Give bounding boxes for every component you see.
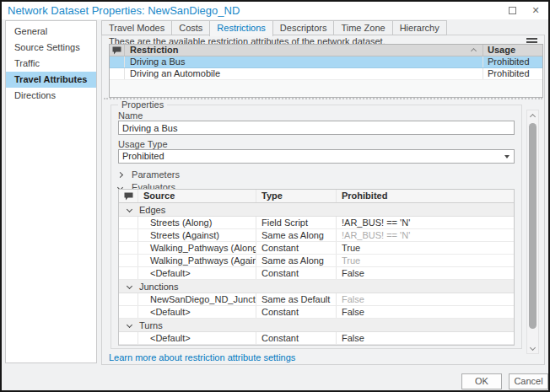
scroll-up-button[interactable] bbox=[527, 110, 538, 122]
chevron-down-icon bbox=[530, 344, 536, 350]
ok-button[interactable]: OK bbox=[461, 373, 502, 389]
cancel-button[interactable]: Cancel bbox=[509, 373, 548, 389]
chevron-down-icon bbox=[127, 283, 132, 289]
usage-column-header[interactable]: Usage bbox=[483, 45, 542, 56]
evaluator-row[interactable]: <Default> Constant False bbox=[119, 306, 514, 319]
restriction-column-header[interactable]: Restriction bbox=[125, 45, 483, 56]
usage-type-label: Usage Type bbox=[118, 139, 168, 149]
parameters-section-toggle[interactable]: Parameters bbox=[118, 169, 180, 180]
evaluator-row[interactable]: Streets (Along) Field Script !AR_BUS! ==… bbox=[119, 217, 514, 229]
type-column-header[interactable]: Type bbox=[256, 190, 336, 202]
tab-hierarchy[interactable]: Hierarchy bbox=[392, 20, 447, 35]
table-row-driving-an-automobile[interactable]: Driving an Automobile Prohibited bbox=[110, 68, 542, 80]
evaluators-table-header: Source Type Prohibited bbox=[119, 190, 514, 203]
sidebar-item-general[interactable]: General bbox=[6, 24, 96, 40]
learn-more-link[interactable]: Learn more about restriction attribute s… bbox=[109, 352, 295, 362]
evaluator-row[interactable]: <Default> Constant False bbox=[119, 332, 514, 345]
evaluator-row[interactable]: NewSanDiego_ND_Junctions Same as Default… bbox=[119, 293, 514, 306]
chevron-right-icon bbox=[117, 172, 123, 178]
usage-type-dropdown[interactable]: Prohibited bbox=[118, 149, 515, 164]
scrollbar-thumb[interactable] bbox=[529, 123, 537, 329]
tab-strip: Travel Modes Costs Restrictions Descript… bbox=[101, 20, 446, 35]
restriction-name: Driving a Bus bbox=[125, 56, 483, 67]
name-field[interactable] bbox=[118, 121, 515, 135]
value-column-header[interactable]: Prohibited bbox=[336, 190, 514, 202]
groupbox-legend: Properties bbox=[118, 99, 167, 110]
scroll-down-button[interactable] bbox=[527, 341, 538, 353]
chevron-down-icon bbox=[127, 207, 132, 212]
source-column-header[interactable]: Source bbox=[138, 190, 256, 202]
evaluator-row[interactable]: Walking_Pathways (Against) Same as Along… bbox=[119, 255, 514, 267]
sidebar-item-source-settings[interactable]: Source Settings bbox=[6, 40, 96, 56]
splitter-handle[interactable] bbox=[104, 98, 542, 100]
group-row-turns[interactable]: Turns bbox=[119, 319, 514, 332]
restriction-usage: Prohibited bbox=[483, 56, 542, 67]
restrictions-table-header: Restriction Usage bbox=[110, 45, 542, 56]
tab-descriptors[interactable]: Descriptors bbox=[272, 20, 335, 35]
evaluator-row[interactable]: Streets (Against) Same as Along !AR_BUS!… bbox=[119, 229, 514, 242]
chevron-up-icon bbox=[530, 113, 536, 119]
restrictions-page: These are the available restriction attr… bbox=[101, 35, 545, 365]
group-row-edges[interactable]: Edges bbox=[119, 203, 514, 217]
restriction-name: Driving an Automobile bbox=[125, 68, 483, 79]
sidebar-item-traffic[interactable]: Traffic bbox=[6, 56, 96, 72]
evaluator-row[interactable]: <Default> Constant False bbox=[119, 267, 514, 280]
table-row-driving-a-bus[interactable]: Driving a Bus Prohibited bbox=[110, 56, 542, 68]
chevron-down-icon bbox=[127, 322, 132, 328]
group-row-junctions[interactable]: Junctions bbox=[119, 280, 514, 293]
tab-travel-modes[interactable]: Travel Modes bbox=[101, 20, 172, 35]
sidebar-item-directions[interactable]: Directions bbox=[6, 88, 96, 104]
sort-ascending-icon bbox=[471, 48, 477, 54]
close-icon: ✕ bbox=[531, 5, 539, 16]
evaluators-table: Source Type Prohibited Edges Streets (Al… bbox=[118, 189, 515, 346]
tab-costs[interactable]: Costs bbox=[171, 20, 210, 35]
settings-sidebar: General Source Settings Traffic Travel A… bbox=[5, 20, 97, 363]
evaluator-column-icon bbox=[110, 45, 125, 56]
close-button[interactable]: ✕ bbox=[528, 3, 543, 18]
evaluator-row[interactable]: Walking_Pathways (Along) Constant True bbox=[119, 242, 514, 255]
name-label: Name bbox=[118, 110, 143, 121]
vertical-scrollbar[interactable] bbox=[526, 110, 539, 354]
restrictions-table: Restriction Usage Driving a Bus Prohibit… bbox=[109, 44, 543, 98]
properties-groupbox: Properties Name Usage Type Prohibited Pa… bbox=[111, 105, 522, 349]
dialog-title: Network Dataset Properties: NewSanDiego_… bbox=[8, 2, 240, 19]
network-dataset-properties-dialog: Network Dataset Properties: NewSanDiego_… bbox=[0, 0, 550, 392]
tab-time-zone[interactable]: Time Zone bbox=[333, 20, 392, 35]
dropdown-arrow-icon bbox=[504, 155, 510, 158]
restriction-usage: Prohibited bbox=[483, 68, 542, 79]
sidebar-item-travel-attributes[interactable]: Travel Attributes bbox=[6, 72, 96, 88]
maximize-button[interactable] bbox=[504, 3, 520, 18]
title-bar: Network Dataset Properties: NewSanDiego_… bbox=[2, 2, 548, 19]
maximize-icon bbox=[509, 7, 516, 14]
tab-restrictions[interactable]: Restrictions bbox=[209, 20, 272, 36]
evaluator-column-icon bbox=[119, 190, 138, 202]
